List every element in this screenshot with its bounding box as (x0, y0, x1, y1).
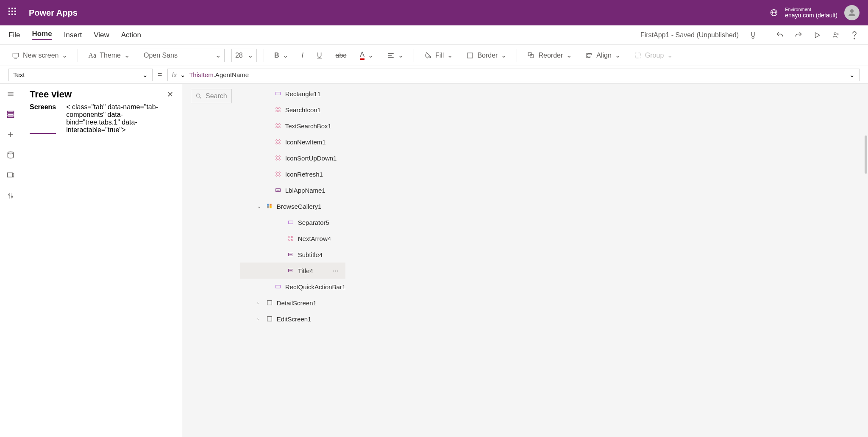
strikethrough-button[interactable]: abc (332, 52, 350, 59)
rail-insert[interactable] (6, 130, 16, 140)
rail-tree-view[interactable] (6, 109, 16, 119)
control-icon (266, 202, 273, 210)
underline-button[interactable]: U (314, 52, 326, 59)
tree-item[interactable]: ⌄BrowseGallery1 (240, 198, 346, 214)
formula-property: .AgentName (214, 71, 249, 78)
menu-view[interactable]: View (94, 31, 109, 39)
redo-icon[interactable] (793, 30, 804, 40)
tree-item[interactable]: IconNewItem1 (240, 134, 346, 150)
tree-item[interactable]: LblAppName1 (240, 182, 346, 198)
tree-item[interactable]: NextArrow4 (240, 230, 346, 246)
tree-item[interactable]: Subtitle4 (240, 246, 346, 263)
menu-action[interactable]: Action (121, 31, 141, 39)
chevron-down-icon: ⌄ (667, 51, 673, 59)
chevron-down-icon: ⌄ (215, 51, 221, 59)
tree-item-label: Subtitle4 (298, 251, 323, 258)
svg-point-57 (278, 172, 280, 174)
bold-button[interactable]: B⌄ (271, 51, 292, 59)
svg-rect-65 (270, 206, 272, 208)
property-value: Text (13, 71, 25, 78)
svg-rect-32 (7, 173, 12, 177)
font-family-dropdown[interactable]: Open Sans ⌄ (140, 49, 225, 62)
group-icon (634, 52, 642, 59)
tab-screens[interactable]: Screens (30, 103, 56, 134)
svg-point-31 (8, 152, 13, 154)
italic-button[interactable]: I (298, 52, 307, 59)
text-align-button[interactable]: ⌄ (384, 51, 407, 59)
menu-home[interactable]: Home (32, 30, 52, 40)
chevron-down-icon: ⌄ (62, 51, 67, 59)
menu-file[interactable]: File (8, 31, 20, 39)
tree-item-label: RectQuickActionBar1 (285, 283, 346, 290)
tree-item[interactable]: IconRefresh1 (240, 166, 346, 182)
theme-button[interactable]: Aa Theme ⌄ (85, 51, 133, 59)
tree-item[interactable]: ›DetailScreen1 (240, 295, 346, 311)
svg-point-68 (291, 236, 293, 238)
svg-point-15 (430, 56, 431, 58)
align-label: Align (596, 52, 612, 59)
svg-rect-17 (529, 53, 532, 56)
fill-button[interactable]: Fill⌄ (421, 51, 456, 59)
tree-item-label: IconNewItem1 (285, 138, 326, 146)
undo-icon[interactable] (775, 30, 785, 40)
formula-input[interactable]: fx ⌄ ThisItem.AgentName ⌄ (167, 69, 860, 81)
new-screen-button[interactable]: New screen ⌄ (8, 51, 71, 59)
svg-point-41 (278, 108, 280, 109)
tree-item-label: EditScreen1 (277, 315, 312, 323)
svg-point-50 (275, 142, 277, 144)
user-avatar[interactable] (844, 5, 860, 20)
font-color-button[interactable]: A⌄ (356, 51, 377, 60)
svg-rect-28 (7, 116, 14, 117)
align-icon (585, 52, 593, 59)
svg-rect-64 (267, 206, 269, 208)
tree-item[interactable]: TextSearchBox1 (240, 118, 346, 134)
tree-item[interactable]: SearchIcon1 (240, 102, 346, 118)
tree-item[interactable]: Title4⋯ (240, 263, 346, 279)
font-size-dropdown[interactable]: 28 ⌄ (231, 49, 257, 62)
scrollbar-thumb[interactable] (865, 136, 867, 174)
app-checker-icon[interactable] (747, 30, 757, 40)
reorder-button[interactable]: Reorder⌄ (524, 51, 575, 59)
environment-value: enayu.com (default) (785, 12, 837, 19)
separator (78, 49, 78, 62)
tree-item-label: DetailScreen1 (277, 299, 317, 307)
svg-rect-76 (267, 301, 272, 305)
chevron-down-icon: ⌄ (283, 51, 288, 59)
svg-rect-27 (7, 113, 14, 115)
tree-item-label: NextArrow4 (298, 235, 331, 242)
chevron-down-icon: ⌄ (501, 51, 506, 59)
more-icon[interactable]: ⋯ (332, 267, 339, 274)
app-launcher-icon[interactable] (8, 8, 19, 18)
svg-marker-5 (815, 33, 820, 38)
align-button[interactable]: Align⌄ (582, 51, 624, 59)
chevron-down-icon: ⌄ (124, 51, 130, 59)
chevron-right-icon: › (257, 300, 262, 305)
tree-item-label: IconRefresh1 (285, 171, 323, 178)
help-icon[interactable] (849, 30, 860, 40)
border-button[interactable]: Border⌄ (463, 51, 510, 59)
menu-insert[interactable]: Insert (64, 31, 82, 39)
tree-item[interactable]: RectQuickActionBar1 (240, 279, 346, 295)
close-icon[interactable]: ✕ (167, 90, 173, 99)
play-icon[interactable] (812, 30, 822, 40)
svg-point-67 (288, 236, 290, 238)
chevron-down-icon: ⌄ (142, 71, 148, 79)
rail-media[interactable] (6, 170, 16, 180)
environment-picker[interactable]: Environment enayu.com (default) (785, 7, 837, 19)
tree-item[interactable]: Rectangle11 (240, 86, 346, 102)
rail-hamburger[interactable] (6, 89, 16, 99)
property-selector[interactable]: Text ⌄ (8, 69, 153, 81)
separator (264, 49, 264, 62)
tree-item[interactable]: IconSortUpDown1 (240, 150, 346, 166)
tree-item[interactable]: Separator5 (240, 214, 346, 230)
tree-item[interactable]: ›EditScreen1 (240, 311, 346, 327)
rail-data[interactable] (6, 150, 16, 160)
tree-item-label: Rectangle11 (285, 90, 321, 97)
rail-advanced-tools[interactable] (6, 191, 16, 201)
person-icon (847, 8, 857, 18)
share-icon[interactable] (831, 30, 841, 40)
tree-search[interactable]: Search (191, 89, 232, 103)
svg-rect-75 (275, 285, 280, 288)
tree-item-label: SearchIcon1 (285, 106, 321, 113)
svg-rect-20 (588, 53, 592, 55)
